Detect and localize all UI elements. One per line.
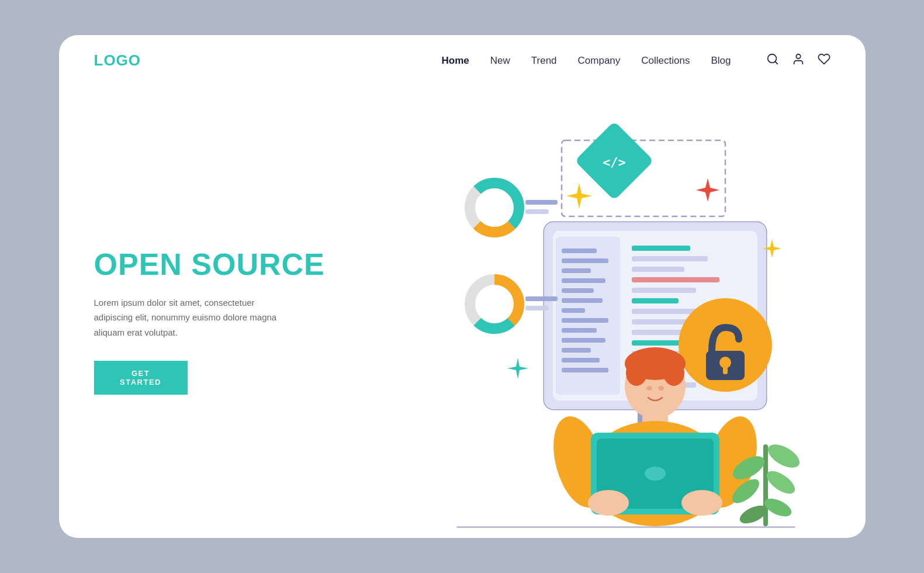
svg-point-54 bbox=[479, 289, 510, 319]
svg-point-70 bbox=[588, 490, 629, 516]
nav-item-blog[interactable]: Blog bbox=[711, 55, 731, 67]
svg-point-60 bbox=[663, 360, 684, 386]
svg-point-74 bbox=[764, 440, 803, 472]
svg-point-59 bbox=[626, 360, 647, 386]
left-section: OPEN SOURCE Lorem ipsum dolor sit amet, … bbox=[94, 93, 340, 538]
search-icon[interactable] bbox=[766, 53, 779, 69]
main-content: OPEN SOURCE Lorem ipsum dolor sit amet, … bbox=[59, 70, 866, 538]
svg-rect-15 bbox=[562, 258, 608, 263]
svg-point-48 bbox=[479, 192, 510, 223]
cta-button[interactable]: GET STARTED bbox=[94, 361, 188, 395]
svg-rect-44 bbox=[723, 365, 728, 374]
svg-rect-25 bbox=[562, 358, 600, 363]
svg-rect-14 bbox=[562, 248, 597, 253]
svg-text:</>: </> bbox=[603, 155, 626, 170]
svg-rect-21 bbox=[562, 318, 608, 323]
svg-rect-16 bbox=[562, 268, 591, 273]
nav-item-collections[interactable]: Collections bbox=[641, 55, 690, 67]
svg-point-71 bbox=[681, 490, 722, 516]
svg-rect-30 bbox=[632, 277, 719, 282]
svg-rect-31 bbox=[632, 288, 696, 293]
hero-description: Lorem ipsum dolor sit amet, consectetuer… bbox=[94, 295, 281, 340]
svg-rect-17 bbox=[562, 278, 605, 283]
svg-point-2 bbox=[796, 54, 800, 58]
svg-point-62 bbox=[658, 386, 664, 391]
svg-rect-18 bbox=[562, 288, 594, 293]
nav-item-home[interactable]: Home bbox=[442, 55, 469, 67]
svg-rect-22 bbox=[562, 328, 597, 333]
nav-icons bbox=[766, 53, 830, 69]
svg-rect-26 bbox=[562, 368, 608, 372]
svg-rect-79 bbox=[456, 526, 795, 528]
main-card: LOGO Home New Trend Company Collections … bbox=[59, 35, 866, 538]
svg-rect-34 bbox=[632, 319, 690, 325]
svg-point-61 bbox=[646, 386, 652, 391]
svg-rect-29 bbox=[632, 267, 684, 272]
nav-item-new[interactable]: New bbox=[490, 55, 510, 67]
svg-rect-28 bbox=[632, 256, 708, 261]
svg-rect-19 bbox=[562, 298, 603, 303]
svg-point-76 bbox=[763, 467, 798, 498]
logo[interactable]: LOGO bbox=[94, 51, 141, 70]
navbar: LOGO Home New Trend Company Collections … bbox=[59, 35, 866, 70]
illustration-svg: </> </> bbox=[363, 105, 807, 538]
svg-rect-20 bbox=[562, 308, 585, 313]
svg-rect-23 bbox=[562, 338, 605, 343]
nav-item-company[interactable]: Company bbox=[578, 55, 621, 67]
svg-rect-36 bbox=[632, 340, 684, 346]
svg-rect-56 bbox=[525, 306, 549, 310]
svg-rect-27 bbox=[632, 246, 690, 251]
nav-links: Home New Trend Company Collections Blog bbox=[442, 55, 731, 67]
nav-item-trend[interactable]: Trend bbox=[531, 55, 557, 67]
right-illustration: </> </> bbox=[340, 93, 830, 538]
hero-title: OPEN SOURCE bbox=[94, 248, 340, 281]
svg-line-1 bbox=[775, 61, 777, 64]
svg-rect-24 bbox=[562, 348, 591, 353]
svg-rect-55 bbox=[525, 296, 558, 301]
svg-point-69 bbox=[645, 467, 666, 481]
user-icon[interactable] bbox=[792, 53, 805, 69]
svg-rect-50 bbox=[525, 209, 549, 214]
svg-rect-32 bbox=[632, 298, 679, 303]
svg-rect-49 bbox=[525, 200, 558, 205]
heart-icon[interactable] bbox=[818, 53, 830, 69]
